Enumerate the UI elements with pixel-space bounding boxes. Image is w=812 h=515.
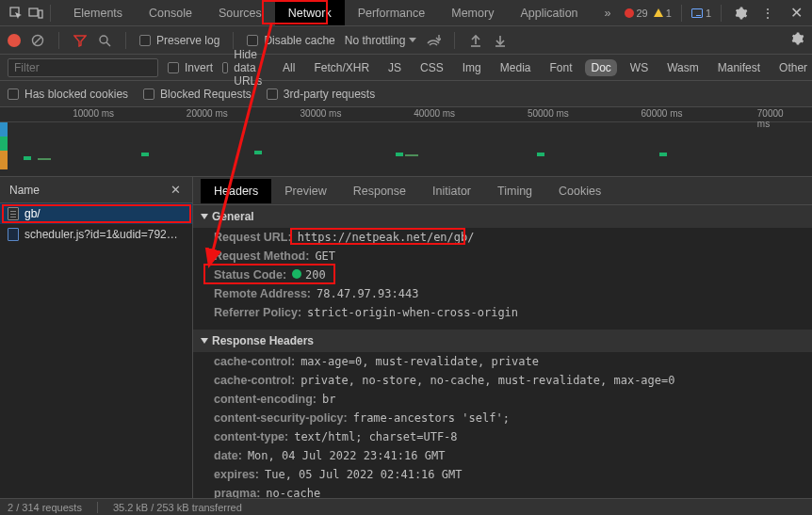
request-item-scheduler[interactable]: scheduler.js?id=1&udid=792… <box>0 224 192 245</box>
disclosure-open-icon <box>201 214 208 219</box>
blocked-cookies-checkbox[interactable]: Has blocked cookies <box>8 88 128 101</box>
blocked-requests-checkbox[interactable]: Blocked Requests <box>143 88 252 101</box>
detail-body[interactable]: General Request URL:https://netpeak.net/… <box>193 205 812 498</box>
filter-type-manifest[interactable]: Manifest <box>712 59 766 76</box>
detail-tab-initiator[interactable]: Initiator <box>419 179 484 203</box>
tab-sources[interactable]: Sources <box>205 0 275 25</box>
filter-type-ws[interactable]: WS <box>625 59 654 76</box>
kv-value: max-age=0, must-revalidate, private <box>300 355 539 368</box>
detail-tab-timing[interactable]: Timing <box>484 179 545 203</box>
clear-icon[interactable] <box>30 33 45 48</box>
request-list[interactable]: gb/ scheduler.js?id=1&udid=792… <box>0 203 192 498</box>
timeline-ruler: 10000 ms 20000 ms 30000 ms 40000 ms 5000… <box>0 107 812 122</box>
section-general-title: General <box>212 210 254 223</box>
kv-key: date: <box>214 449 242 462</box>
close-detail-icon[interactable]: ✕ <box>171 183 183 197</box>
third-party-checkbox[interactable]: 3rd-party requests <box>267 88 375 101</box>
kebab-menu-icon[interactable]: ⋮ <box>757 0 778 26</box>
record-button[interactable] <box>8 34 21 47</box>
blocked-cookies-label: Has blocked cookies <box>24 88 128 101</box>
detail-tab-headers[interactable]: Headers <box>201 179 271 203</box>
timeline-mark-icon <box>24 156 31 160</box>
checkbox-icon <box>247 35 258 46</box>
request-item-label: scheduler.js?id=1&udid=792… <box>24 228 178 241</box>
tab-performance[interactable]: Performance <box>345 0 439 25</box>
filter-type-font[interactable]: Font <box>544 59 577 76</box>
resource-type-filters: All Fetch/XHR JS CSS Img Media Font Doc … <box>277 59 812 76</box>
svg-rect-2 <box>39 10 42 18</box>
kv-referrer-policy: Referrer Policy:strict-origin-when-cross… <box>193 303 812 322</box>
kv-key: Request Method: <box>214 249 309 263</box>
network-conditions-icon[interactable] <box>426 33 441 48</box>
timeline-tick: 60000 ms <box>641 108 683 119</box>
section-general[interactable]: General <box>193 205 812 228</box>
timeline-mark-icon <box>254 151 262 154</box>
disable-cache-checkbox[interactable]: Disable cache <box>247 34 334 47</box>
third-party-label: 3rd-party requests <box>284 88 375 101</box>
request-list-header: Name ✕ <box>0 177 192 203</box>
separator <box>721 5 722 22</box>
section-response-headers[interactable]: Response Headers <box>193 330 812 352</box>
issues-count[interactable]: 1 <box>691 8 711 19</box>
tab-memory[interactable]: Memory <box>438 0 507 25</box>
filter-toggle-icon[interactable] <box>73 33 88 48</box>
kv-value: frame-ancestors 'self'; <box>353 411 510 425</box>
filter-type-media[interactable]: Media <box>495 59 537 76</box>
timeline-mark-icon <box>141 153 149 156</box>
detail-tab-preview[interactable]: Preview <box>271 179 339 203</box>
throttling-select[interactable]: No throttling <box>345 34 417 47</box>
kv-value: GET <box>315 249 335 263</box>
timeline-overview[interactable]: 10000 ms 20000 ms 30000 ms 40000 ms 5000… <box>0 107 812 177</box>
detail-tab-response[interactable]: Response <box>340 179 419 203</box>
device-toggle-icon[interactable] <box>26 0 47 26</box>
svg-rect-1 <box>29 8 38 16</box>
settings-gear-icon[interactable] <box>731 0 752 26</box>
tab-elements[interactable]: Elements <box>60 0 136 25</box>
close-devtools-icon[interactable]: ✕ <box>786 0 806 26</box>
warning-count[interactable]: 1 <box>654 8 672 19</box>
kv-response-header: pragma:no-cache <box>193 484 812 498</box>
hide-data-urls-checkbox[interactable]: Hide data URLs <box>222 48 268 88</box>
hide-data-urls-label: Hide data URLs <box>234 48 268 88</box>
inspect-element-icon[interactable] <box>6 0 26 26</box>
invert-checkbox[interactable]: Invert <box>168 61 213 74</box>
detail-tab-cookies[interactable]: Cookies <box>545 179 614 203</box>
request-item-gb[interactable]: gb/ <box>0 203 192 224</box>
filter-type-js[interactable]: JS <box>382 59 407 76</box>
kv-key: Remote Address: <box>214 287 311 300</box>
tab-console[interactable]: Console <box>136 0 205 25</box>
error-count[interactable]: 29 <box>625 8 648 19</box>
filter-type-doc[interactable]: Doc <box>585 59 616 76</box>
separator <box>125 32 126 49</box>
filter-type-fetchxhr[interactable]: Fetch/XHR <box>308 59 375 76</box>
kv-request-url: Request URL:https://netpeak.net/en/gb/ <box>193 228 812 247</box>
tab-more[interactable]: » <box>592 0 625 25</box>
chevron-down-icon <box>409 38 416 42</box>
export-har-icon[interactable] <box>493 33 508 48</box>
import-har-icon[interactable] <box>468 33 483 48</box>
tab-network[interactable]: Network <box>275 0 345 25</box>
kv-value: 78.47.97.93:443 <box>317 287 418 300</box>
kv-key: Referrer Policy: <box>214 306 301 319</box>
kv-key: content-type: <box>214 430 288 443</box>
name-column-header[interactable]: Name <box>9 184 40 197</box>
filter-type-other[interactable]: Other <box>773 59 812 76</box>
kv-value: https://netpeak.net/en/gb/ <box>298 231 475 244</box>
svg-line-4 <box>34 37 41 44</box>
preserve-log-label: Preserve log <box>156 34 219 47</box>
kv-value: no-cache <box>266 487 320 498</box>
preserve-log-checkbox[interactable]: Preserve log <box>139 34 219 47</box>
status-code-number: 200 <box>305 268 326 282</box>
search-icon[interactable] <box>97 33 112 48</box>
filter-type-img[interactable]: Img <box>457 59 487 76</box>
network-settings-gear-icon[interactable] <box>791 32 804 48</box>
filter-type-css[interactable]: CSS <box>414 59 449 76</box>
options-bar: Has blocked cookies Blocked Requests 3rd… <box>0 81 812 107</box>
kv-status-code: Status Code:200 <box>193 266 812 284</box>
tab-application[interactable]: Application <box>507 0 591 25</box>
network-toolbar: Preserve log Disable cache No throttling <box>0 26 812 55</box>
filter-type-wasm[interactable]: Wasm <box>661 59 705 76</box>
filter-type-all[interactable]: All <box>277 59 300 76</box>
kv-key: Request URL: <box>214 231 292 244</box>
filter-input[interactable] <box>8 58 158 77</box>
